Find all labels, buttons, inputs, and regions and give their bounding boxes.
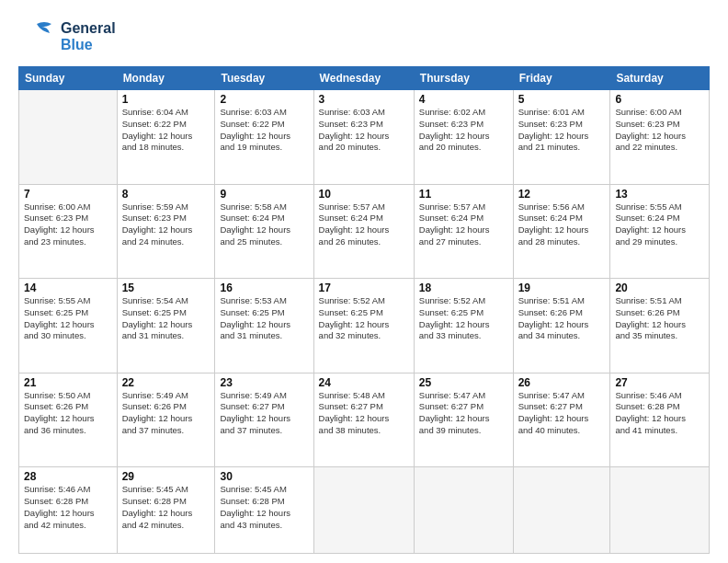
day-number: 9 bbox=[220, 188, 308, 201]
week-row-3: 14Sunrise: 5:55 AM Sunset: 6:25 PM Dayli… bbox=[19, 279, 710, 373]
day-info: Sunrise: 5:46 AM Sunset: 6:28 PM Dayligh… bbox=[615, 390, 704, 437]
day-cell: 6Sunrise: 6:00 AM Sunset: 6:23 PM Daylig… bbox=[610, 90, 710, 185]
logo: General Blue bbox=[18, 17, 116, 57]
week-row-4: 21Sunrise: 5:50 AM Sunset: 6:26 PM Dayli… bbox=[19, 373, 710, 467]
day-info: Sunrise: 6:04 AM Sunset: 6:22 PM Dayligh… bbox=[122, 107, 210, 154]
day-info: Sunrise: 5:59 AM Sunset: 6:23 PM Dayligh… bbox=[122, 201, 210, 248]
weekday-header-sunday: Sunday bbox=[19, 67, 118, 90]
day-number: 19 bbox=[518, 282, 606, 294]
day-number: 5 bbox=[518, 93, 606, 106]
day-cell bbox=[513, 467, 610, 554]
day-cell bbox=[610, 467, 710, 554]
day-number: 27 bbox=[615, 376, 704, 389]
day-cell: 17Sunrise: 5:52 AM Sunset: 6:25 PM Dayli… bbox=[313, 279, 414, 373]
day-info: Sunrise: 6:01 AM Sunset: 6:23 PM Dayligh… bbox=[518, 107, 606, 154]
day-info: Sunrise: 6:00 AM Sunset: 6:23 PM Dayligh… bbox=[615, 107, 704, 154]
day-cell: 20Sunrise: 5:51 AM Sunset: 6:26 PM Dayli… bbox=[610, 279, 710, 373]
logo-text: General Blue bbox=[61, 20, 116, 54]
weekday-header-saturday: Saturday bbox=[610, 67, 710, 90]
day-cell: 16Sunrise: 5:53 AM Sunset: 6:25 PM Dayli… bbox=[215, 279, 313, 373]
day-cell: 14Sunrise: 5:55 AM Sunset: 6:25 PM Dayli… bbox=[19, 279, 118, 373]
day-number: 8 bbox=[122, 188, 210, 201]
weekday-header-friday: Friday bbox=[513, 67, 610, 90]
day-number: 30 bbox=[220, 470, 308, 483]
weekday-header-tuesday: Tuesday bbox=[215, 67, 313, 90]
day-cell bbox=[313, 467, 414, 554]
weekday-header-row: SundayMondayTuesdayWednesdayThursdayFrid… bbox=[19, 67, 710, 90]
weekday-header-monday: Monday bbox=[117, 67, 215, 90]
day-cell: 2Sunrise: 6:03 AM Sunset: 6:22 PM Daylig… bbox=[215, 90, 313, 185]
day-cell bbox=[19, 90, 118, 185]
day-info: Sunrise: 5:52 AM Sunset: 6:25 PM Dayligh… bbox=[319, 295, 409, 342]
day-info: Sunrise: 6:02 AM Sunset: 6:23 PM Dayligh… bbox=[419, 107, 508, 154]
day-number: 15 bbox=[122, 282, 210, 294]
day-cell: 15Sunrise: 5:54 AM Sunset: 6:25 PM Dayli… bbox=[117, 279, 215, 373]
day-cell: 28Sunrise: 5:46 AM Sunset: 6:28 PM Dayli… bbox=[19, 467, 118, 554]
day-number: 29 bbox=[122, 470, 210, 483]
day-number: 17 bbox=[319, 282, 409, 294]
day-info: Sunrise: 5:51 AM Sunset: 6:26 PM Dayligh… bbox=[615, 295, 704, 342]
day-number: 26 bbox=[518, 376, 606, 389]
day-info: Sunrise: 5:49 AM Sunset: 6:27 PM Dayligh… bbox=[220, 390, 308, 437]
day-number: 24 bbox=[319, 376, 409, 389]
day-number: 16 bbox=[220, 282, 308, 294]
day-cell: 11Sunrise: 5:57 AM Sunset: 6:24 PM Dayli… bbox=[414, 184, 513, 279]
day-cell: 19Sunrise: 5:51 AM Sunset: 6:26 PM Dayli… bbox=[513, 279, 610, 373]
day-info: Sunrise: 5:57 AM Sunset: 6:24 PM Dayligh… bbox=[419, 201, 508, 248]
day-number: 12 bbox=[518, 188, 606, 201]
day-number: 10 bbox=[319, 188, 409, 201]
day-number: 4 bbox=[419, 93, 508, 106]
calendar: SundayMondayTuesdayWednesdayThursdayFrid… bbox=[18, 66, 710, 554]
header: General Blue bbox=[18, 17, 710, 57]
weekday-header-thursday: Thursday bbox=[414, 67, 513, 90]
day-info: Sunrise: 5:56 AM Sunset: 6:24 PM Dayligh… bbox=[518, 201, 606, 248]
day-info: Sunrise: 6:03 AM Sunset: 6:22 PM Dayligh… bbox=[220, 107, 308, 154]
day-info: Sunrise: 5:47 AM Sunset: 6:27 PM Dayligh… bbox=[419, 390, 508, 437]
day-number: 22 bbox=[122, 376, 210, 389]
day-number: 18 bbox=[419, 282, 508, 294]
day-info: Sunrise: 5:46 AM Sunset: 6:28 PM Dayligh… bbox=[24, 484, 112, 531]
weekday-header-wednesday: Wednesday bbox=[313, 67, 414, 90]
day-cell: 21Sunrise: 5:50 AM Sunset: 6:26 PM Dayli… bbox=[19, 373, 118, 467]
day-cell: 3Sunrise: 6:03 AM Sunset: 6:23 PM Daylig… bbox=[313, 90, 414, 185]
day-number: 1 bbox=[122, 93, 210, 106]
day-number: 11 bbox=[419, 188, 508, 201]
day-info: Sunrise: 5:55 AM Sunset: 6:24 PM Dayligh… bbox=[615, 201, 704, 248]
day-cell: 13Sunrise: 5:55 AM Sunset: 6:24 PM Dayli… bbox=[610, 184, 710, 279]
day-cell: 4Sunrise: 6:02 AM Sunset: 6:23 PM Daylig… bbox=[414, 90, 513, 185]
day-number: 3 bbox=[319, 93, 409, 106]
day-number: 25 bbox=[419, 376, 508, 389]
day-cell: 12Sunrise: 5:56 AM Sunset: 6:24 PM Dayli… bbox=[513, 184, 610, 279]
day-info: Sunrise: 5:48 AM Sunset: 6:27 PM Dayligh… bbox=[319, 390, 409, 437]
day-info: Sunrise: 6:03 AM Sunset: 6:23 PM Dayligh… bbox=[319, 107, 409, 154]
day-cell: 9Sunrise: 5:58 AM Sunset: 6:24 PM Daylig… bbox=[215, 184, 313, 279]
day-cell: 26Sunrise: 5:47 AM Sunset: 6:27 PM Dayli… bbox=[513, 373, 610, 467]
day-cell: 1Sunrise: 6:04 AM Sunset: 6:22 PM Daylig… bbox=[117, 90, 215, 185]
day-number: 21 bbox=[24, 376, 112, 389]
page: General Blue SundayMondayTuesdayWednesda… bbox=[0, 0, 728, 563]
day-cell: 29Sunrise: 5:45 AM Sunset: 6:28 PM Dayli… bbox=[117, 467, 215, 554]
day-info: Sunrise: 5:51 AM Sunset: 6:26 PM Dayligh… bbox=[518, 295, 606, 342]
day-number: 28 bbox=[24, 470, 112, 483]
day-info: Sunrise: 5:49 AM Sunset: 6:26 PM Dayligh… bbox=[122, 390, 210, 437]
logo-general-text: General bbox=[61, 20, 116, 37]
day-info: Sunrise: 6:00 AM Sunset: 6:23 PM Dayligh… bbox=[24, 201, 112, 248]
logo-blue-text: Blue bbox=[61, 37, 116, 53]
day-number: 2 bbox=[220, 93, 308, 106]
day-info: Sunrise: 5:54 AM Sunset: 6:25 PM Dayligh… bbox=[122, 295, 210, 342]
day-cell: 22Sunrise: 5:49 AM Sunset: 6:26 PM Dayli… bbox=[117, 373, 215, 467]
day-cell: 27Sunrise: 5:46 AM Sunset: 6:28 PM Dayli… bbox=[610, 373, 710, 467]
logo-svg bbox=[18, 17, 59, 57]
week-row-2: 7Sunrise: 6:00 AM Sunset: 6:23 PM Daylig… bbox=[19, 184, 710, 279]
day-cell: 18Sunrise: 5:52 AM Sunset: 6:25 PM Dayli… bbox=[414, 279, 513, 373]
day-number: 14 bbox=[24, 282, 112, 294]
day-cell: 24Sunrise: 5:48 AM Sunset: 6:27 PM Dayli… bbox=[313, 373, 414, 467]
day-info: Sunrise: 5:45 AM Sunset: 6:28 PM Dayligh… bbox=[122, 484, 210, 531]
day-cell: 25Sunrise: 5:47 AM Sunset: 6:27 PM Dayli… bbox=[414, 373, 513, 467]
day-cell: 23Sunrise: 5:49 AM Sunset: 6:27 PM Dayli… bbox=[215, 373, 313, 467]
day-cell: 7Sunrise: 6:00 AM Sunset: 6:23 PM Daylig… bbox=[19, 184, 118, 279]
day-info: Sunrise: 5:45 AM Sunset: 6:28 PM Dayligh… bbox=[220, 484, 308, 531]
day-cell: 8Sunrise: 5:59 AM Sunset: 6:23 PM Daylig… bbox=[117, 184, 215, 279]
day-cell: 5Sunrise: 6:01 AM Sunset: 6:23 PM Daylig… bbox=[513, 90, 610, 185]
week-row-1: 1Sunrise: 6:04 AM Sunset: 6:22 PM Daylig… bbox=[19, 90, 710, 185]
